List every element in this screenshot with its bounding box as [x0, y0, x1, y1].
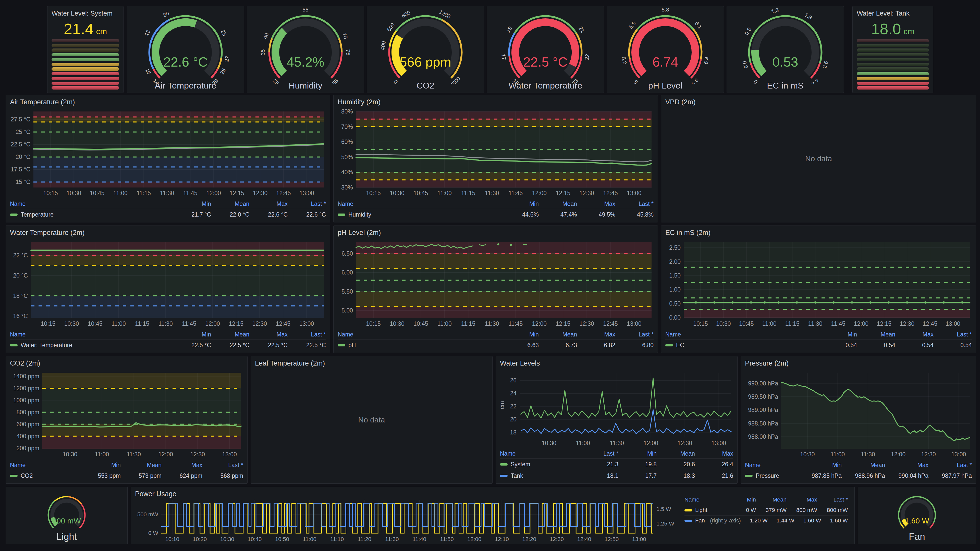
panel-title[interactable]: CO2 (2m) — [10, 359, 40, 367]
series-name[interactable]: Water: Temperature — [21, 342, 72, 349]
svg-text:10:10: 10:10 — [165, 536, 180, 542]
legend-col-max[interactable]: Max — [162, 462, 202, 468]
ec-gauge[interactable]: 00.30.81.31.82.62.9 — [727, 7, 844, 84]
legend-col-mean[interactable]: Mean — [121, 462, 162, 468]
legend-col-name[interactable]: Name — [10, 331, 173, 338]
lcd-bar-cell — [52, 72, 119, 76]
legend-col-min[interactable]: Min — [819, 331, 857, 338]
legend-col-max[interactable]: Max — [695, 450, 733, 457]
lcd-bar-cell — [857, 63, 929, 66]
co2-gauge[interactable]: 040060080012002000 — [367, 7, 484, 84]
series-name[interactable]: Tank — [511, 472, 523, 479]
legend-col-last[interactable]: Last * — [934, 331, 972, 338]
legend-col-name[interactable]: Name — [665, 331, 819, 338]
time-series-plot[interactable]: 200 ppm400 ppm600 ppm800 ppm1000 ppm1200… — [8, 370, 245, 458]
legend-col-mean[interactable]: Mean — [211, 200, 249, 207]
panel-title[interactable]: Power Usage — [135, 490, 177, 498]
legend-col-last[interactable]: Last * — [817, 496, 848, 503]
legend-col-max[interactable]: Max — [577, 200, 615, 207]
lcd-bar-cell — [52, 82, 119, 85]
water-level-tank-value: 18.0cm — [853, 20, 933, 38]
series-name[interactable]: System — [511, 461, 530, 468]
svg-text:600: 600 — [386, 22, 396, 32]
legend-col-mean[interactable]: Mean — [539, 331, 577, 338]
svg-text:11:30: 11:30 — [160, 190, 174, 197]
legend-col-last[interactable]: Last * — [288, 331, 326, 338]
legend-col-name[interactable]: Name — [500, 450, 580, 457]
legend-col-last[interactable]: Last * — [615, 331, 654, 338]
water-temperature-gauge[interactable]: 161718212223 — [487, 7, 604, 84]
legend-col-min[interactable]: Min — [798, 462, 842, 468]
legend-row: Tank18.117.718.321.6 — [500, 470, 733, 481]
panel-title[interactable]: pH Level (2m) — [338, 229, 381, 237]
series-name[interactable]: EC — [676, 342, 684, 349]
legend-col-min[interactable]: Min — [80, 462, 121, 468]
ph-level-gauge[interactable]: 55.25.55.86.16.46.6 — [607, 7, 724, 84]
series-name[interactable]: Light — [695, 507, 708, 513]
panel-title[interactable]: Humidity (2m) — [338, 98, 380, 106]
series-name[interactable]: CO2 — [21, 472, 33, 479]
gauge-value: 45.2% — [247, 54, 364, 70]
legend-col-last[interactable]: Last * — [615, 200, 654, 207]
legend-col-last[interactable]: Last * — [580, 450, 618, 457]
svg-text:1.50: 1.50 — [669, 272, 681, 279]
legend-col-min[interactable]: Min — [501, 331, 539, 338]
legend-col-max[interactable]: Max — [249, 200, 288, 207]
legend-col-min[interactable]: Min — [725, 496, 756, 503]
panel-title[interactable]: Leaf Temperature (2m) — [255, 359, 325, 367]
series-name[interactable]: Pressure — [756, 472, 779, 479]
legend-col-name[interactable]: Name — [338, 200, 501, 207]
time-series-plot[interactable]: 15 °C17.5 °C20 °C22.5 °C25 °C27.5 °C10:1… — [8, 109, 328, 197]
legend-header: NameMinMeanMaxLast * — [10, 199, 326, 209]
legend-col-last[interactable]: Last * — [288, 200, 326, 207]
humidity-gauge[interactable]: 25354055707585 — [247, 7, 364, 84]
svg-text:11:30: 11:30 — [485, 190, 499, 197]
legend-col-name[interactable]: Name — [10, 200, 173, 207]
legend-col-max[interactable]: Max — [895, 331, 934, 338]
legend-col-mean[interactable]: Mean — [842, 462, 885, 468]
legend-col-mean[interactable]: Mean — [211, 331, 249, 338]
time-series-plot[interactable]: 10:1010:2010:3010:4010:5011:0011:1011:20… — [135, 498, 681, 543]
legend-col-mean[interactable]: Mean — [756, 496, 787, 503]
panel-title[interactable]: Water Levels — [500, 359, 540, 367]
series-name[interactable]: Humidity — [348, 211, 371, 218]
time-series-plot[interactable]: 988.00 hPa988.50 hPa989.00 hPa989.50 hPa… — [743, 370, 974, 458]
series-name[interactable]: Fan — [695, 517, 705, 524]
legend-col-name[interactable]: Name — [684, 496, 725, 503]
time-series-plot[interactable]: 30%40%50%60%70%80%10:1510:3010:4511:0011… — [336, 109, 655, 197]
legend-col-mean[interactable]: Mean — [539, 200, 577, 207]
legend-col-max[interactable]: Max — [885, 462, 928, 468]
air-temperature-gauge[interactable]: 1415182025272829 — [127, 7, 244, 84]
panel-title[interactable]: VPD (2m) — [665, 98, 696, 106]
panel-title[interactable]: Water Temperature (2m) — [10, 229, 85, 237]
legend-col-last[interactable]: Last * — [202, 462, 243, 468]
svg-text:11:00: 11:00 — [762, 321, 776, 327]
panel-title[interactable]: EC in mS (2m) — [665, 229, 711, 237]
panel-power-usage: Power Usage 10:1010:2010:3010:4010:5011:… — [130, 487, 855, 545]
legend-col-max[interactable]: Max — [787, 496, 817, 503]
legend-col-max[interactable]: Max — [577, 331, 615, 338]
legend-col-max[interactable]: Max — [249, 331, 288, 338]
time-series-plot[interactable]: 5.005.506.006.5010:1510:3010:4511:0011:1… — [336, 240, 655, 327]
legend-col-last[interactable]: Last * — [928, 462, 972, 468]
series-name[interactable]: Temperature — [21, 211, 54, 218]
svg-text:10:15: 10:15 — [366, 190, 381, 197]
time-series-plot[interactable]: 182022242610:3011:0011:3012:0012:3013:00… — [498, 370, 735, 447]
svg-text:800: 800 — [401, 10, 411, 19]
legend-col-name[interactable]: Name — [338, 331, 501, 338]
panel-title[interactable]: Water Level: System — [52, 10, 113, 17]
legend-col-min[interactable]: Min — [618, 450, 657, 457]
legend-col-name[interactable]: Name — [10, 462, 80, 468]
legend-col-mean[interactable]: Mean — [657, 450, 695, 457]
legend-col-min[interactable]: Min — [173, 200, 211, 207]
series-name[interactable]: pH — [348, 342, 356, 349]
panel-title[interactable]: Water Level: Tank — [857, 10, 910, 17]
legend-col-mean[interactable]: Mean — [857, 331, 895, 338]
panel-title[interactable]: Pressure (2m) — [745, 359, 789, 367]
time-series-plot[interactable]: 16 °C18 °C20 °C22 °C10:1510:3010:4511:00… — [8, 240, 328, 327]
panel-title[interactable]: Air Temperature (2m) — [10, 98, 75, 106]
legend-col-name[interactable]: Name — [745, 462, 798, 468]
time-series-plot[interactable]: 0.000.501.001.502.002.5010:1510:3010:451… — [663, 240, 974, 327]
legend-col-min[interactable]: Min — [501, 200, 539, 207]
legend-col-min[interactable]: Min — [173, 331, 211, 338]
